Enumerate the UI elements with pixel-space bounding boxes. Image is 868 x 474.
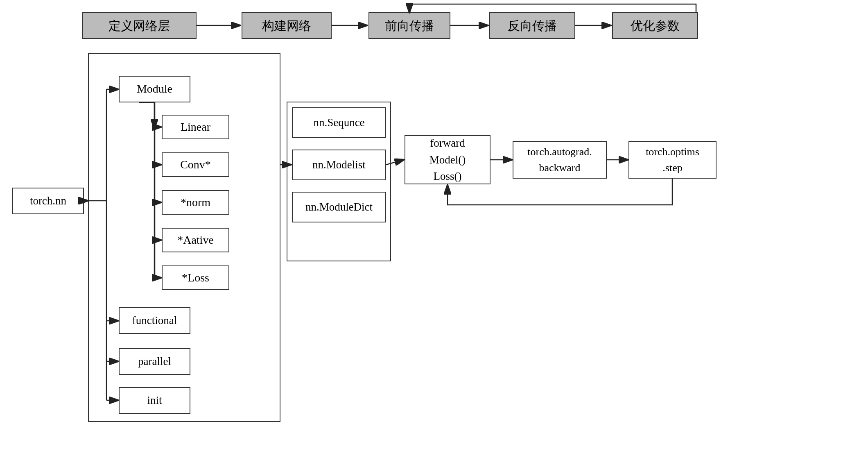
nn-modelist-box: nn.Modelist (292, 150, 386, 180)
header-forward: 前向传播 (368, 12, 450, 39)
torch-nn-box: torch.nn (12, 188, 84, 214)
init-box: init (119, 387, 190, 414)
forward-box: forwardModel()Loss() (405, 135, 491, 184)
loss-box: *Loss (162, 265, 229, 290)
aative-box: *Aative (162, 228, 229, 252)
linear-box: Linear (162, 115, 229, 139)
header-define: 定义网络层 (82, 12, 197, 39)
header-optimize: 优化参数 (612, 12, 698, 39)
header-build: 构建网络 (242, 12, 332, 39)
nn-sequnce-box: nn.Sequnce (292, 107, 386, 138)
header-backward: 反向传播 (489, 12, 575, 39)
optims-box: torch.optims.step (628, 141, 717, 179)
autograd-box: torch.autograd.backward (513, 141, 607, 179)
norm-box: *norm (162, 190, 229, 215)
parallel-box: parallel (119, 348, 190, 375)
diagram: 定义网络层 构建网络 前向传播 反向传播 优化参数 torch.nn Modul… (0, 0, 868, 474)
nn-moduledict-box: nn.ModuleDict (292, 192, 386, 222)
module-box: Module (119, 76, 190, 102)
conv-box: Conv* (162, 152, 229, 177)
functional-box: functional (119, 307, 190, 334)
